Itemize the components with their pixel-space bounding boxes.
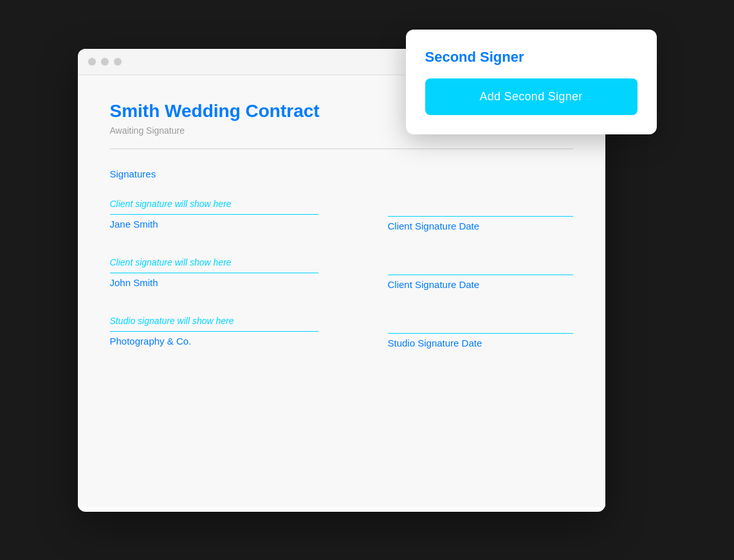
window-dot-2 <box>101 58 109 66</box>
studio-sig-placeholder: Studio signature will show here <box>110 316 318 332</box>
client-name-2: John Smith <box>110 277 318 288</box>
studio-date-block: Studio Signature Date <box>388 316 573 348</box>
signatures-label: Signatures <box>110 168 573 179</box>
client-date-line-1 <box>388 199 573 217</box>
second-signer-popup: Second Signer Add Second Signer <box>406 30 657 134</box>
studio-name: Photography & Co. <box>110 336 318 347</box>
popup-title: Second Signer <box>425 49 638 66</box>
client-name-1: Jane Smith <box>110 219 318 230</box>
client-date-block-2: Client Signature Date <box>388 257 573 290</box>
window-dot-3 <box>114 58 122 66</box>
client-sig-block-2: Client signature will show here John Smi… <box>110 257 318 290</box>
client-date-block-1: Client Signature Date <box>388 199 573 231</box>
browser-content: Smith Wedding Contract Awaiting Signatur… <box>78 75 605 507</box>
add-second-signer-button[interactable]: Add Second Signer <box>425 78 638 115</box>
client-sig-placeholder-1: Client signature will show here <box>110 199 318 215</box>
client-date-label-2: Client Signature Date <box>388 279 573 290</box>
client-sig-block-1: Client signature will show here Jane Smi… <box>110 199 318 231</box>
client-date-label-1: Client Signature Date <box>388 221 573 231</box>
client-date-line-2 <box>388 257 573 275</box>
signature-row-2: Client signature will show here John Smi… <box>110 257 573 290</box>
studio-section: Studio signature will show here Photogra… <box>110 316 573 348</box>
window-dot-1 <box>88 58 96 66</box>
client-sig-placeholder-2: Client signature will show here <box>110 257 318 273</box>
studio-signature-row: Studio signature will show here Photogra… <box>110 316 573 348</box>
studio-date-label: Studio Signature Date <box>388 338 573 348</box>
studio-sig-block: Studio signature will show here Photogra… <box>110 316 318 348</box>
signature-row-1: Client signature will show here Jane Smi… <box>110 199 573 231</box>
section-divider <box>110 149 573 149</box>
studio-date-line <box>388 316 573 334</box>
scene: Smith Wedding Contract Awaiting Signatur… <box>78 30 657 531</box>
